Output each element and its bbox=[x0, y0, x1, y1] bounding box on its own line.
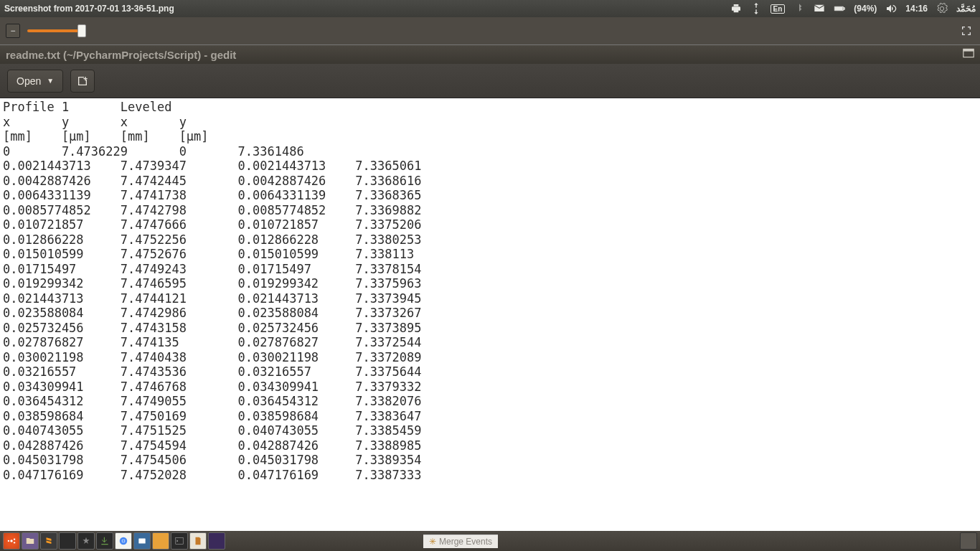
battery-icon[interactable] bbox=[834, 3, 845, 14]
launcher-download-icon[interactable] bbox=[96, 532, 113, 550]
window-title: Screenshot from 2017-07-01 13-36-51.png bbox=[4, 4, 174, 14]
zoom-slider[interactable] bbox=[27, 29, 85, 32]
merge-events-label: Merge Events bbox=[439, 537, 492, 547]
launcher-app-icon-3[interactable] bbox=[152, 532, 169, 550]
merge-events-panel[interactable]: ✳ Merge Events bbox=[423, 534, 498, 548]
network-icon[interactable] bbox=[750, 3, 762, 14]
username[interactable]: مُحَمَّد bbox=[956, 4, 976, 14]
language-indicator[interactable]: En bbox=[771, 4, 786, 14]
bottom-panel: ✳ Merge Events bbox=[0, 531, 980, 551]
svg-rect-11 bbox=[176, 537, 184, 544]
bluetooth-icon[interactable] bbox=[793, 3, 805, 14]
gedit-toolbar: Open ▼ bbox=[0, 64, 980, 98]
battery-percent: (94%) bbox=[854, 4, 877, 14]
svg-point-3 bbox=[10, 540, 13, 542]
gedit-titlebar: readme.txt (~/PycharmProjects/Script) - … bbox=[0, 45, 980, 64]
launcher bbox=[0, 531, 228, 551]
launcher-chrome-icon[interactable] bbox=[115, 532, 132, 550]
launcher-files-icon[interactable] bbox=[22, 532, 39, 550]
launcher-app-icon-2[interactable] bbox=[77, 532, 95, 550]
svg-rect-10 bbox=[138, 539, 145, 544]
image-viewer-toolbar: − bbox=[0, 17, 980, 44]
tray-icon[interactable] bbox=[960, 532, 977, 550]
ubuntu-top-panel: Screenshot from 2017-07-01 13-36-51.png … bbox=[0, 0, 980, 17]
launcher-sublime-icon[interactable] bbox=[40, 532, 57, 550]
launcher-app-icon-1[interactable] bbox=[59, 532, 76, 550]
clock-time[interactable]: 14:16 bbox=[905, 4, 928, 14]
new-tab-button[interactable] bbox=[70, 70, 95, 93]
launcher-app-icon-4[interactable] bbox=[208, 532, 225, 550]
launcher-screenshot-icon[interactable] bbox=[133, 532, 151, 550]
system-indicators: En (94%) 14:16 مُحَمَّد bbox=[730, 3, 976, 14]
launcher-doc-icon[interactable] bbox=[189, 532, 207, 550]
open-button-label: Open bbox=[17, 75, 41, 87]
svg-point-5 bbox=[14, 542, 15, 543]
expand-icon: ✳ bbox=[429, 537, 436, 547]
gedit-window: readme.txt (~/PycharmProjects/Script) - … bbox=[0, 44, 980, 531]
svg-rect-0 bbox=[835, 7, 843, 10]
launcher-ubuntu-icon[interactable] bbox=[3, 532, 20, 550]
headerbar-menu-icon[interactable] bbox=[963, 48, 974, 61]
svg-point-6 bbox=[8, 540, 9, 542]
svg-rect-2 bbox=[963, 49, 974, 51]
fullscreen-button[interactable] bbox=[958, 23, 974, 39]
gedit-title-text: readme.txt (~/PycharmProjects/Script) - … bbox=[6, 49, 236, 61]
chevron-down-icon: ▼ bbox=[47, 77, 54, 85]
mail-icon[interactable] bbox=[814, 3, 825, 14]
collapse-button[interactable]: − bbox=[6, 24, 20, 38]
svg-point-4 bbox=[14, 539, 15, 540]
print-icon[interactable] bbox=[730, 3, 742, 14]
open-button[interactable]: Open ▼ bbox=[7, 70, 63, 93]
launcher-terminal-icon[interactable] bbox=[171, 532, 188, 550]
settings-icon[interactable] bbox=[936, 3, 948, 14]
editor-text-area[interactable]: Profile 1 Leveled x y x y [mm] [µm] [mm]… bbox=[0, 98, 980, 532]
volume-icon[interactable] bbox=[885, 3, 897, 14]
svg-point-9 bbox=[122, 540, 125, 542]
